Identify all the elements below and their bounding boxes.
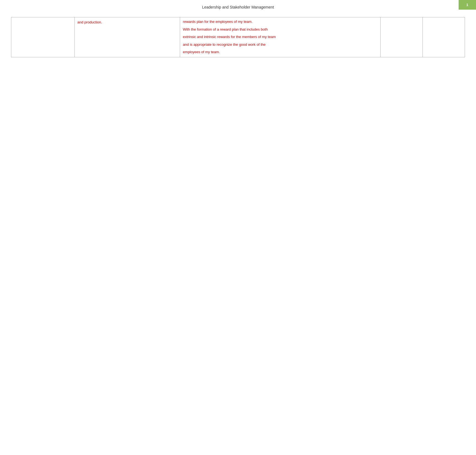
content-table-container: and production. rewards plan for the emp…: [11, 17, 465, 57]
col-empty-right-2: [422, 17, 465, 57]
col-empty-left: [11, 17, 75, 57]
page-number: 1: [466, 3, 468, 7]
col-empty-right-1: [380, 17, 422, 57]
col-rewards: rewards plan for the employees of my tea…: [180, 17, 381, 57]
rewards-line-1: rewards plan for the employees of my tea…: [183, 19, 378, 25]
col-and-production: and production.: [74, 17, 180, 57]
page-number-badge: 1: [459, 0, 476, 10]
rewards-line-2: With the formation of a reward plan that…: [183, 27, 378, 32]
rewards-line-5: employees of my team.: [183, 49, 378, 55]
table-row: and production. rewards plan for the emp…: [11, 17, 465, 57]
page-header: Leadership and Stakeholder Management 1: [0, 0, 476, 14]
rewards-line-3: extrinsic and intrinsic rewards for the …: [183, 34, 378, 40]
rewards-text-block: rewards plan for the employees of my tea…: [183, 19, 378, 55]
content-table: and production. rewards plan for the emp…: [11, 17, 465, 57]
rewards-line-4: and is appropriate to recognize the good…: [183, 42, 378, 47]
page-title: Leadership and Stakeholder Management: [202, 5, 274, 9]
